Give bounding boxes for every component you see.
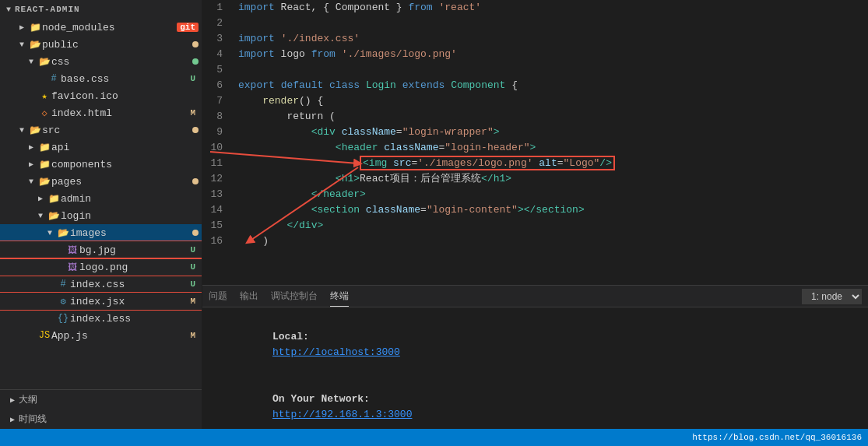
line-content: import logo from './images/logo.png' [235,47,868,62]
code-line-1: 1 import React, { Component } from 'reac… [202,0,868,16]
terminal-content: Local: http://localhost:3000 On Your Net… [202,307,868,429]
line-content: import React, { Component } from 'react' [235,0,868,16]
tree-label: bg.jpg [79,244,187,256]
ico-file-icon: ★ [37,90,51,102]
sidebar-item-index-css[interactable]: # index.css U [0,276,202,293]
modified-badge: M [187,297,199,306]
line-content: <section className="login-content"></sec… [235,202,868,218]
sidebar-item-images[interactable]: ▼ 📂 images [0,224,202,241]
line-number: 6 [202,78,235,93]
sidebar-footer-timeline[interactable]: ▶ 时间线 [0,409,202,429]
status-dot [192,127,199,133]
code-line-15: 15 </div> [202,218,868,234]
line-content: <header className="login-header"> [235,140,868,156]
tree-label: css [51,56,192,68]
tab-output[interactable]: 输出 [240,286,258,306]
sidebar-item-index-less[interactable]: {} index.less [0,310,202,327]
line-content: export default class Login extends Compo… [235,78,868,93]
sidebar-item-api[interactable]: ▶ 📁 api [0,139,202,156]
sidebar-item-app-js[interactable]: JS App.js M [0,327,202,344]
terminal-line-local: Local: http://localhost:3000 [212,314,859,376]
tab-terminal[interactable]: 终端 [330,286,349,307]
js-file-icon: JS [37,330,51,341]
modified-badge: M [187,108,199,118]
network-url[interactable]: http://192.168.1.3:3000 [272,409,412,420]
tab-problems[interactable]: 问题 [209,286,227,306]
folder-icon: 📁 [37,159,51,170]
sidebar-item-src[interactable]: ▼ 📂 src [0,121,202,139]
sidebar-item-favicon[interactable]: ★ favicon.ico [0,87,202,104]
sidebar-item-pages[interactable]: ▼ 📂 pages [0,173,202,190]
sidebar-item-bg-jpg[interactable]: 🖼 bg.jpg U [0,241,202,258]
line-content: render() { [235,93,868,109]
sidebar-item-public[interactable]: ▼ 📂 public [0,36,202,53]
sidebar-item-logo-png[interactable]: 🖼 logo.png U [0,258,202,276]
code-line-13: 13 </header> [202,187,868,202]
tree-label: index.css [70,279,187,290]
line-number: 4 [202,47,235,62]
sidebar-item-components[interactable]: ▶ 📁 components [0,156,202,173]
modified-badge: U [187,74,199,83]
code-line-14: 14 <section className="login-content"></… [202,202,868,218]
sidebar-item-admin[interactable]: ▶ 📁 admin [0,190,202,207]
bottom-bar: https://blog.csdn.net/qq_36016136 [0,429,868,446]
editor-area: 1 import React, { Component } from 'reac… [202,0,868,429]
terminal-node-select[interactable]: 1: node [802,289,862,304]
tree-label: node_modules [42,22,177,33]
line-number: 14 [202,202,235,218]
tree-label: index.html [51,107,187,119]
sidebar-item-index-html[interactable]: ◇ index.html M [0,104,202,121]
line-content: </header> [235,187,868,202]
timeline-label: 时间线 [19,413,47,426]
line-content: <div className="login-wrapper"> [235,125,868,140]
sidebar-item-base-css[interactable]: # base.css U [0,70,202,87]
terminal-line-network: On Your Network: http://192.168.1.3:3000 [212,376,859,429]
modified-badge: M [187,331,199,340]
tree-label: login [61,210,202,222]
code-line-9: 9 <div className="login-wrapper"> [202,125,868,140]
outline-label: 大纲 [19,393,37,406]
line-number: 11 [202,156,235,171]
sidebar-header: ▼ REACT-ADMIN [0,0,202,19]
bottom-bar-link[interactable]: https://blog.csdn.net/qq_36016136 [692,433,862,442]
folder-open-icon: 📂 [28,125,42,136]
sidebar-title: REACT-ADMIN [15,5,80,14]
code-line-3: 3 import './index.css' [202,31,868,47]
sidebar-item-login[interactable]: ▼ 📂 login [0,207,202,224]
local-url[interactable]: http://localhost:3000 [272,346,400,358]
chevron-right-icon: ▶ [16,23,28,32]
sidebar-footer-outline[interactable]: ▶ 大纲 [0,390,202,409]
sidebar-footer: ▶ 大纲 ▶ 时间线 [0,389,202,429]
line-number: 8 [202,109,235,125]
git-badge: git [177,23,199,32]
line-content: import './index.css' [235,31,868,47]
line-number: 10 [202,140,235,156]
tab-debug-console[interactable]: 调试控制台 [271,286,318,306]
img-file-icon: 🖼 [65,244,79,256]
line-number: 12 [202,171,235,187]
status-dot [192,178,199,184]
modified-badge: U [187,279,199,289]
line-number: 3 [202,31,235,47]
tree-label: public [42,39,192,51]
code-lines: 1 import React, { Component } from 'reac… [202,0,868,249]
code-line-4: 4 import logo from './images/logo.png' [202,47,868,62]
line-content: </div> [235,218,868,234]
line-number: 2 [202,16,235,31]
line-number: 13 [202,187,235,202]
chevron-right-icon: ▶ [6,395,19,405]
chevron-right-icon: ▶ [34,194,47,203]
code-editor[interactable]: 1 import React, { Component } from 'reac… [202,0,868,285]
line-number: 5 [202,62,235,78]
line-content: return ( [235,109,868,125]
sidebar-item-index-jsx[interactable]: ⚙ index.jsx M [0,293,202,310]
sidebar-item-node-modules[interactable]: ▶ 📁 node_modules git [0,19,202,36]
local-label: Local: [272,331,381,342]
code-line-12: 12 <h1>React项目：后台管理系统</h1> [202,171,868,187]
tree-label: images [70,227,192,239]
chevron-down-icon: ▼ [16,40,28,49]
sidebar-item-css[interactable]: ▼ 📂 css [0,53,202,70]
line-number: 9 [202,125,235,140]
tree-label: api [51,142,202,153]
line-number: 7 [202,93,235,109]
